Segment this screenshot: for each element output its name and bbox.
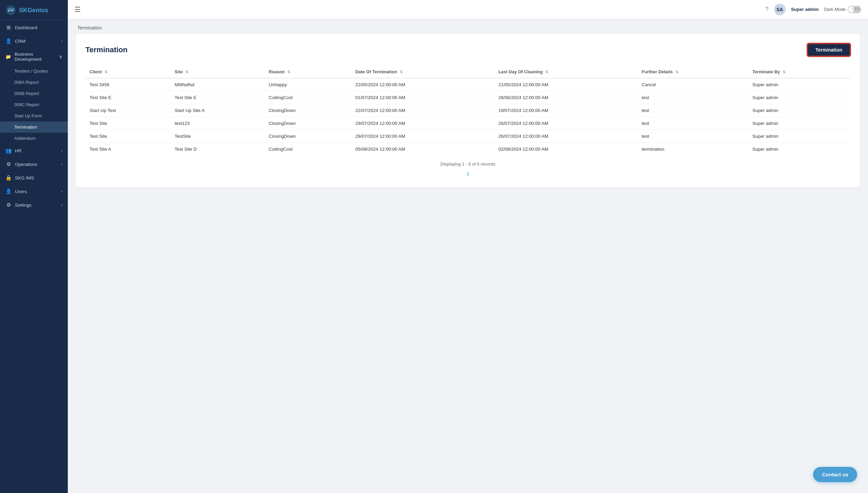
table-row[interactable]: Test Sitetest123ClosingDown29/07/2024 12…	[85, 117, 850, 130]
cell-reason: CuttingCost	[265, 91, 351, 104]
cell-last_day_of_cleaning: 26/07/2024 12:00:00 AM	[494, 117, 638, 130]
sidebar-item-label: HR	[15, 148, 22, 153]
table-row[interactable]: Test Site ATest Site DCuttingCost05/08/2…	[85, 143, 850, 156]
cell-terminate_by: Super admin	[748, 91, 850, 104]
sidebar-subitem-termination[interactable]: Termination	[0, 121, 68, 133]
users-icon: 👤	[5, 188, 12, 194]
cell-reason: ClosingDown	[265, 130, 351, 143]
sidebar-item-settings[interactable]: ⚙ Settings ›	[0, 198, 68, 212]
cell-last_day_of_cleaning: 28/06/2024 12:00:00 AM	[494, 91, 638, 104]
table-body: Test 3456fdfdfsdfsdUnhappy22/05/2024 12:…	[85, 78, 850, 155]
sidebar-item-operations[interactable]: ⚙ Operations ›	[0, 157, 68, 171]
svg-point-0	[6, 5, 16, 15]
sort-icon[interactable]: ⇅	[185, 70, 189, 74]
cell-site: TestSite	[171, 130, 265, 143]
cell-client: Test Site E	[85, 91, 171, 104]
sidebar-subitem-tenders-quotes[interactable]: Tenders / Quotes	[0, 65, 68, 77]
cell-last_day_of_cleaning: 26/07/2024 12:00:00 AM	[494, 130, 638, 143]
sort-icon[interactable]: ⇅	[545, 70, 548, 74]
operations-icon: ⚙	[5, 161, 12, 167]
sort-icon[interactable]: ⇅	[104, 70, 107, 74]
cell-further_details: termination	[638, 143, 748, 156]
sidebar: SKGenius ⊞ Dashboard 👤 CRM › 📁 Business …	[0, 0, 68, 493]
col-further-details: Further Details ⇅	[638, 66, 748, 78]
sidebar-item-business-development[interactable]: 📁 Business Development ∨	[0, 48, 68, 65]
sidebar-item-crm[interactable]: 👤 CRM ›	[0, 34, 68, 48]
sidebar-item-dashboard[interactable]: ⊞ Dashboard	[0, 21, 68, 34]
sidebar-item-label: Business Development	[15, 52, 56, 62]
sidebar-item-label: Users	[15, 189, 27, 194]
termination-table: Client ⇅ Site ⇅ Reason ⇅ Date Of Termi	[85, 66, 850, 155]
sort-icon[interactable]: ⇅	[675, 70, 678, 74]
cell-further_details: test	[638, 91, 748, 104]
cell-last_day_of_cleaning: 19/07/2024 12:00:00 AM	[494, 104, 638, 117]
add-termination-button[interactable]: Termination	[807, 43, 850, 56]
col-date-of-termination: Date Of Termination ⇅	[351, 66, 494, 78]
cell-reason: ClosingDown	[265, 117, 351, 130]
col-client: Client ⇅	[85, 66, 171, 78]
col-terminate-by: Terminate By ⇅	[748, 66, 850, 78]
sort-icon[interactable]: ⇅	[287, 70, 290, 74]
dashboard-icon: ⊞	[5, 24, 12, 31]
contact-us-button[interactable]: Contact us	[813, 467, 857, 482]
sort-icon[interactable]: ⇅	[400, 70, 403, 74]
avatar: SA	[774, 4, 786, 15]
page-button-1[interactable]: 1	[463, 170, 472, 178]
table-row[interactable]: Start Up TestStart Up Site AClosingDown2…	[85, 104, 850, 117]
cell-client: Test 3456	[85, 78, 171, 91]
cell-further_details: Cancel	[638, 78, 748, 91]
cell-date_of_termination: 29/07/2024 12:00:00 AM	[351, 117, 494, 130]
table-header: Client ⇅ Site ⇅ Reason ⇅ Date Of Termi	[85, 66, 850, 78]
table-row[interactable]: Test Site ETest Site ECuttingCost01/07/2…	[85, 91, 850, 104]
dark-mode-toggle[interactable]: OFF	[848, 6, 861, 13]
sidebar-subitem-008b[interactable]: 008B Report	[0, 88, 68, 99]
page-title: Termination	[85, 45, 127, 54]
sidebar-item-hr[interactable]: 👥 HR ›	[0, 144, 68, 157]
chevron-right-icon: ›	[61, 39, 62, 43]
cell-reason: Unhappy	[265, 78, 351, 91]
records-count: Displaying 1 - 6 of 6 records	[440, 162, 495, 167]
cell-terminate_by: Super admin	[748, 130, 850, 143]
cell-further_details: test	[638, 104, 748, 117]
sidebar-subitem-startup-form[interactable]: Start Up Form	[0, 110, 68, 121]
help-icon[interactable]: ?	[765, 6, 769, 13]
chevron-down-icon: ∨	[59, 54, 62, 59]
app-logo-text: SKGenius	[19, 7, 48, 14]
hr-icon: 👥	[5, 148, 12, 154]
cell-terminate_by: Super admin	[748, 104, 850, 117]
sidebar-item-label: CRM	[15, 39, 25, 44]
cell-site: test123	[171, 117, 265, 130]
cell-client: Test Site A	[85, 143, 171, 156]
cell-reason: CuttingCost	[265, 143, 351, 156]
username-label[interactable]: Super admin	[791, 7, 819, 12]
cell-date_of_termination: 01/07/2024 12:00:00 AM	[351, 91, 494, 104]
cell-last_day_of_cleaning: 21/05/2024 12:00:00 AM	[494, 78, 638, 91]
crm-icon: 👤	[5, 38, 12, 44]
cell-date_of_termination: 05/08/2024 12:00:00 AM	[351, 143, 494, 156]
col-last-day-of-cleaning: Last Day Of Cleaning ⇅	[494, 66, 638, 78]
col-reason: Reason ⇅	[265, 66, 351, 78]
chevron-right-icon: ›	[61, 203, 62, 207]
table-row[interactable]: Test 3456fdfdfsdfsdUnhappy22/05/2024 12:…	[85, 78, 850, 91]
hamburger-menu-icon[interactable]: ☰	[75, 5, 81, 14]
dark-mode-state: OFF	[852, 7, 860, 11]
cell-terminate_by: Super admin	[748, 117, 850, 130]
cell-client: Test Site	[85, 130, 171, 143]
cell-site: Test Site D	[171, 143, 265, 156]
cell-further_details: test	[638, 130, 748, 143]
pagination: 1	[463, 170, 472, 178]
sidebar-navigation: ⊞ Dashboard 👤 CRM › 📁 Business Developme…	[0, 21, 68, 493]
cell-client: Test Site	[85, 117, 171, 130]
sort-icon[interactable]: ⇅	[783, 70, 786, 74]
sidebar-subitem-008c[interactable]: 008C Report	[0, 99, 68, 110]
sidebar-logo: SKGenius	[0, 0, 68, 21]
chevron-right-icon: ›	[61, 162, 62, 166]
sidebar-item-label: SKG IMS	[15, 175, 34, 181]
table-row[interactable]: Test SiteTestSiteClosingDown29/07/2024 1…	[85, 130, 850, 143]
cell-client: Start Up Test	[85, 104, 171, 117]
sidebar-item-skg-ims[interactable]: 🔒 SKG IMS	[0, 171, 68, 185]
sidebar-subitem-addendum[interactable]: Addendum	[0, 133, 68, 144]
topbar: ☰ ? SA Super admin Dark Mode OFF	[68, 0, 868, 19]
sidebar-item-users[interactable]: 👤 Users ›	[0, 185, 68, 198]
sidebar-subitem-008a[interactable]: 008A Report	[0, 77, 68, 88]
